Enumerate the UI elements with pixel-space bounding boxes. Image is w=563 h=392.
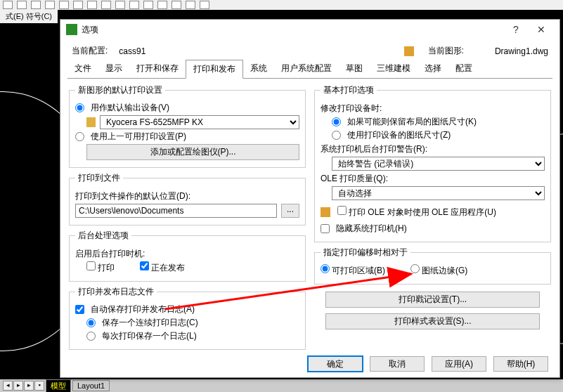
- tab-files[interactable]: 文件: [67, 60, 98, 78]
- chk-hide-printers[interactable]: 隐藏系统打印机(H): [321, 223, 545, 235]
- chk-ole-app[interactable]: 打印 OLE 对象时使用 OLE 应用程序(U): [337, 206, 496, 218]
- cancel-button[interactable]: 取消: [370, 356, 425, 372]
- tab-open-save[interactable]: 打开和保存: [129, 60, 186, 78]
- radio-paper-edge[interactable]: 图纸边缘(G): [410, 264, 467, 277]
- help-icon[interactable]: ?: [503, 24, 529, 35]
- ole-quality-label: OLE 打印质量(Q):: [321, 173, 545, 185]
- chk-publish[interactable]: 正在发布: [140, 261, 185, 274]
- dwg-icon: [321, 207, 330, 217]
- ole-quality-select[interactable]: 自动选择: [332, 186, 545, 200]
- drawing-label: 当前图形:: [428, 45, 464, 57]
- legend: 打印并发布日志文件: [75, 286, 157, 298]
- spool-alert-select[interactable]: 始终警告 (记录错误): [332, 157, 545, 171]
- profile-value: cass91: [119, 46, 145, 56]
- app-icon: [66, 24, 77, 35]
- tab-3d[interactable]: 三维建模: [370, 60, 418, 78]
- legend: 后台处理选项: [75, 230, 131, 242]
- change-device-label: 修改打印设备时:: [321, 103, 545, 115]
- tab-plot-publish[interactable]: 打印和发布: [186, 60, 243, 79]
- close-icon[interactable]: ✕: [529, 24, 554, 35]
- tab-system[interactable]: 系统: [243, 60, 274, 78]
- drawing-value: Drawing1.dwg: [495, 46, 548, 56]
- cad-menubar: 式(E) 符号(C): [0, 10, 58, 23]
- spool-alert-label: 系统打印机后台打印警告(R):: [321, 143, 545, 155]
- radio-use-device-size[interactable]: 使用打印设备的图纸尺寸(Z): [332, 129, 545, 141]
- radio-continuous-log[interactable]: 保存一个连续打印日志(C): [86, 317, 299, 329]
- cad-toolbar: [0, 0, 563, 10]
- default-location-label: 打印到文件操作的默认位置(D):: [75, 190, 299, 202]
- legend: 指定打印偏移时相对于: [321, 247, 410, 259]
- profile-label: 当前配置:: [72, 45, 108, 57]
- cad-status-tabs: ◂▸▸▪ 模型 Layout1: [0, 379, 563, 392]
- fieldset-basic-plot: 基本打印选项 修改打印设备时: 如果可能则保留布局的图纸尺寸(K) 使用打印设备…: [314, 84, 551, 242]
- legend: 打印到文件: [75, 172, 123, 184]
- tab-user-prefs[interactable]: 用户系统配置: [274, 60, 339, 78]
- fieldset-log: 打印并发布日志文件 自动保存打印并发布日志(A) 保存一个连续打印日志(C) 每…: [69, 286, 306, 350]
- fieldset-background: 后台处理选项 启用后台打印时机: 打印 正在发布: [69, 230, 306, 282]
- radio-keep-size[interactable]: 如果可能则保留布局的图纸尺寸(K): [332, 116, 545, 128]
- radio-per-plot-log[interactable]: 每次打印保存一个日志(L): [86, 330, 299, 342]
- chk-auto-save-log[interactable]: 自动保存打印并发布日志(A): [75, 303, 299, 315]
- plot-stamp-button[interactable]: 打印戳记设置(T)...: [325, 292, 540, 308]
- tab-selection[interactable]: 选择: [418, 60, 448, 78]
- layout-tab[interactable]: Layout1: [72, 380, 110, 391]
- tab-display[interactable]: 显示: [98, 60, 129, 78]
- path-input[interactable]: [75, 204, 277, 218]
- add-plotter-button[interactable]: 添加或配置绘图仪(P)...: [86, 144, 299, 160]
- legend: 新图形的默认打印设置: [75, 84, 165, 96]
- plot-style-button[interactable]: 打印样式表设置(S)...: [325, 313, 540, 329]
- fieldset-plot-to-file: 打印到文件 打印到文件操作的默认位置(D): ...: [69, 172, 306, 226]
- radio-printable-area[interactable]: 可打印区域(B): [321, 264, 385, 277]
- options-tabs: 文件 显示 打开和保存 打印和发布 系统 用户系统配置 草图 三维建模 选择 配…: [67, 60, 552, 79]
- tab-drafting[interactable]: 草图: [339, 60, 370, 78]
- chk-print[interactable]: 打印: [86, 261, 115, 274]
- dialog-footer: 确定 取消 应用(A) 帮助(H): [60, 351, 559, 377]
- dialog-title: 选项: [82, 24, 503, 36]
- options-dialog: 选项 ? ✕ 当前配置: cass91 当前图形: Drawing1.dwg 文…: [60, 19, 560, 378]
- radio-default-device[interactable]: 用作默认输出设备(V): [75, 102, 299, 114]
- tab-profiles[interactable]: 配置: [448, 60, 479, 78]
- titlebar: 选项 ? ✕: [60, 20, 559, 39]
- legend: 基本打印选项: [321, 84, 377, 96]
- device-select[interactable]: Kyocera FS-6525MFP KX: [100, 115, 299, 129]
- help-button[interactable]: 帮助(H): [493, 356, 548, 372]
- apply-button[interactable]: 应用(A): [432, 356, 486, 372]
- dwg-icon: [404, 46, 414, 56]
- browse-button[interactable]: ...: [281, 204, 299, 218]
- fieldset-new-drawing-plot: 新图形的默认打印设置 用作默认输出设备(V) Kyocera FS-6525MF…: [69, 84, 306, 168]
- model-tab[interactable]: 模型: [46, 379, 71, 393]
- printer-icon: [86, 117, 96, 127]
- bg-when-label: 启用后台打印时机:: [75, 248, 299, 260]
- fieldset-offset: 指定打印偏移时相对于 可打印区域(B) 图纸边缘(G): [314, 247, 551, 285]
- radio-last-settings[interactable]: 使用上一可用打印设置(P): [75, 131, 299, 143]
- ok-button[interactable]: 确定: [308, 356, 363, 372]
